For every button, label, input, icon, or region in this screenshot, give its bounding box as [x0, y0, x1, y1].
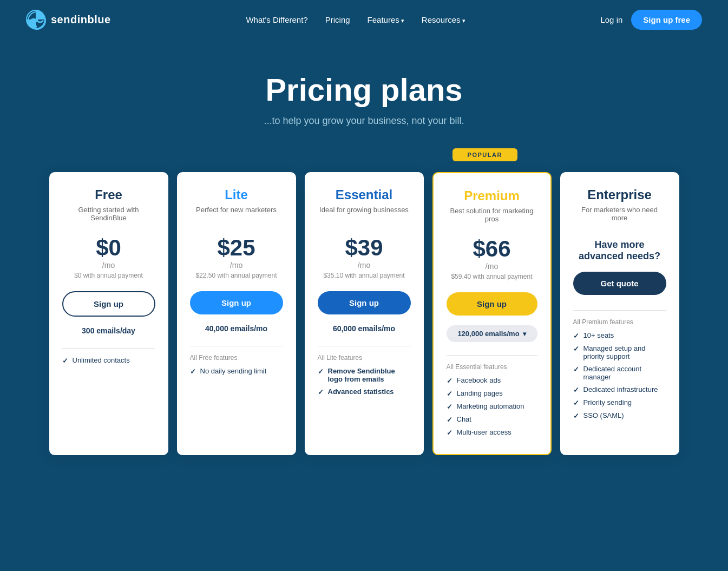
plan-card-premium: Premium Best solution for marketing pros…: [432, 172, 552, 455]
feature-item: ✓ Dedicated account manager: [573, 365, 666, 381]
logo-icon: [26, 10, 45, 29]
check-icon: ✓: [447, 377, 452, 385]
navbar: sendinblue What's Different? Pricing Fea…: [0, 0, 728, 39]
signup-btn-free[interactable]: Sign up: [62, 291, 155, 317]
check-icon: ✓: [318, 388, 324, 396]
plan-desc-premium: Best solution for marketing pros: [447, 207, 537, 226]
feature-item: ✓ 10+ seats: [573, 331, 666, 340]
plan-card-free: Free Getting started with SendinBlue $0 …: [49, 172, 168, 455]
price-row-free: $0 /mo: [62, 235, 155, 270]
plan-title-free: Free: [62, 187, 155, 202]
feature-item: ✓ Multi-user access: [447, 428, 537, 437]
plan-desc-free: Getting started with SendinBlue: [62, 206, 155, 225]
logo-text: sendinblue: [51, 14, 111, 26]
dropdown-label: 120,000 emails/mo: [457, 330, 519, 338]
price-row-lite: $25 /mo: [190, 235, 283, 270]
price-row-essential: $39 /mo: [318, 235, 411, 270]
email-volume-lite: 40,000 emails/mo: [190, 324, 283, 333]
logo[interactable]: sendinblue: [26, 10, 111, 29]
check-icon: ✓: [573, 399, 579, 407]
price-amount-lite: $25: [217, 235, 255, 260]
divider-enterprise: [573, 310, 666, 311]
price-amount-premium: $66: [473, 236, 510, 261]
feature-item: ✓ Landing pages: [447, 389, 537, 398]
check-icon: ✓: [190, 367, 196, 376]
feature-item: ✓ Chat: [447, 415, 537, 424]
price-amount-essential: $39: [345, 235, 383, 260]
plan-desc-enterprise: For marketers who need more: [573, 206, 666, 225]
feature-list-enterprise: ✓ 10+ seats ✓ Managed setup and priority…: [573, 331, 666, 420]
login-link[interactable]: Log in: [600, 15, 622, 24]
nav-resources[interactable]: Resources: [422, 15, 465, 24]
price-mo-premium: /mo: [447, 262, 537, 271]
annual-note-essential: $35.10 with annual payment: [318, 272, 411, 281]
plan-desc-essential: Ideal for growing businesses: [318, 206, 411, 225]
feature-section-lite: All Free features: [190, 354, 283, 362]
feature-section-essential: All Lite features: [318, 354, 411, 362]
feature-section-enterprise: All Premium features: [573, 318, 666, 326]
pricing-section: POPULAR Free Getting started with Sendin…: [0, 148, 728, 488]
feature-list-essential: ✓ Remove Sendinblue logo from emails ✓ A…: [318, 367, 411, 396]
nav-actions: Log in Sign up free: [600, 10, 702, 30]
get-quote-btn[interactable]: Get quote: [573, 272, 666, 295]
check-icon: ✓: [573, 332, 579, 340]
plan-title-enterprise: Enterprise: [573, 187, 666, 202]
feature-list-lite: ✓ No daily sending limit: [190, 367, 283, 376]
plan-title-premium: Premium: [447, 188, 537, 204]
email-volume-free: 300 emails/day: [62, 326, 155, 335]
divider-free: [62, 348, 155, 349]
feature-section-premium: All Essential features: [447, 363, 537, 371]
cards-outer: POPULAR Free Getting started with Sendin…: [22, 148, 706, 455]
feature-item: ✓ SSO (SAML): [573, 411, 666, 420]
check-icon: ✓: [447, 390, 452, 398]
enterprise-cta: Have more advanced needs?: [573, 235, 666, 262]
chevron-down-icon: ▾: [523, 330, 526, 338]
check-icon: ✓: [318, 367, 324, 376]
signup-button[interactable]: Sign up free: [631, 10, 702, 30]
nav-whats-different[interactable]: What's Different?: [246, 15, 307, 24]
plan-title-essential: Essential: [318, 187, 411, 202]
divider-lite: [190, 346, 283, 346]
price-mo-free: /mo: [62, 261, 155, 270]
signup-btn-premium[interactable]: Sign up: [447, 292, 537, 316]
feature-item: ✓ Marketing automation: [447, 402, 537, 411]
price-amount-free: $0: [96, 235, 121, 260]
email-volume-dropdown-premium[interactable]: 120,000 emails/mo ▾: [447, 325, 537, 342]
nav-features[interactable]: Features: [368, 15, 404, 24]
plan-desc-lite: Perfect for new marketers: [190, 206, 283, 225]
divider-essential: [318, 346, 411, 346]
feature-item: ✓ Priority sending: [573, 398, 666, 407]
plan-card-enterprise: Enterprise For marketers who need more H…: [560, 172, 679, 455]
check-icon: ✓: [62, 357, 68, 365]
check-icon: ✓: [447, 403, 452, 411]
signup-btn-lite[interactable]: Sign up: [190, 291, 283, 314]
feature-item: ✓ Advanced statistics: [318, 388, 411, 396]
check-icon: ✓: [573, 412, 579, 420]
nav-pricing[interactable]: Pricing: [325, 15, 350, 24]
signup-btn-essential[interactable]: Sign up: [318, 291, 411, 314]
email-volume-essential: 60,000 emails/mo: [318, 324, 411, 333]
price-mo-lite: /mo: [190, 261, 283, 270]
hero-title: Pricing plans: [0, 71, 728, 108]
check-icon: ✓: [573, 345, 579, 353]
price-row-premium: $66 /mo: [447, 236, 537, 271]
check-icon: ✓: [573, 365, 579, 373]
feature-item: ✓ No daily sending limit: [190, 367, 283, 376]
check-icon: ✓: [447, 416, 452, 424]
feature-item: ✓ Facebook ads: [447, 376, 537, 385]
feature-item: ✓ Remove Sendinblue logo from emails: [318, 367, 411, 383]
hero-subtitle: ...to help you grow your business, not y…: [0, 115, 728, 127]
feature-item: ✓ Dedicated infrastructure: [573, 385, 666, 394]
nav-links: What's Different? Pricing Features Resou…: [246, 15, 465, 24]
feature-list-free: ✓ Unlimited contacts: [62, 356, 155, 365]
feature-item: ✓ Managed setup and priority support: [573, 344, 666, 360]
plan-card-lite: Lite Perfect for new marketers $25 /mo $…: [177, 172, 296, 455]
feature-item: ✓ Unlimited contacts: [62, 356, 155, 365]
popular-badge: POPULAR: [452, 148, 517, 161]
hero-section: Pricing plans ...to help you grow your b…: [0, 39, 728, 148]
check-icon: ✓: [573, 386, 579, 394]
cards-wrapper: Free Getting started with SendinBlue $0 …: [22, 172, 706, 455]
price-mo-essential: /mo: [318, 261, 411, 270]
annual-note-lite: $22.50 with annual payment: [190, 272, 283, 281]
plan-card-essential: Essential Ideal for growing businesses $…: [305, 172, 424, 455]
